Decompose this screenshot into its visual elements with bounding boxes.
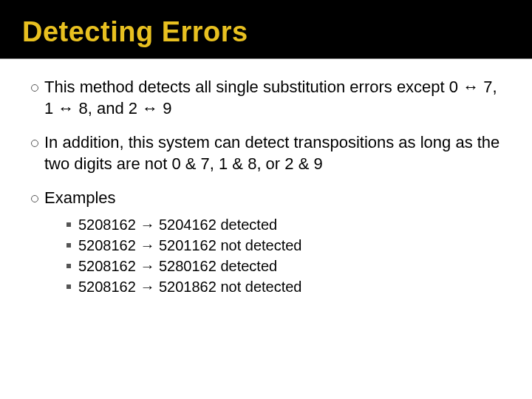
bullet-circle-icon [31, 140, 38, 147]
bullet-circle-icon [31, 195, 38, 202]
bullet-square-icon [66, 222, 71, 227]
slide-header: Detecting Errors [0, 0, 532, 59]
bullet-square-icon [66, 264, 71, 268]
examples-list: 5208162 → 5204162 detected 5208162 → 520… [66, 215, 510, 296]
example-text: 5208162 → 5201862 not detected [78, 277, 510, 296]
list-item: 5208162 → 5201162 not detected [66, 236, 510, 255]
bullet-square-icon [66, 243, 71, 248]
list-item: 5208162 → 5204162 detected [66, 215, 510, 234]
slide-title: Detecting Errors [22, 16, 510, 48]
bullet-text: In addition, this system can detect tran… [44, 132, 510, 174]
bullet-item: Examples [31, 188, 510, 209]
example-text: 5208162 → 5280162 detected [78, 256, 510, 276]
bullet-text: Examples [44, 188, 510, 209]
bullet-item: This method detects all single substitut… [31, 77, 510, 119]
list-item: 5208162 → 5280162 detected [66, 256, 510, 276]
bullet-text: This method detects all single substitut… [44, 77, 510, 119]
slide-content: This method detects all single substitut… [0, 59, 532, 317]
bullet-square-icon [66, 284, 71, 289]
bullet-circle-icon [31, 84, 38, 92]
example-text: 5208162 → 5204162 detected [78, 215, 510, 234]
list-item: 5208162 → 5201862 not detected [66, 277, 510, 296]
bullet-item: In addition, this system can detect tran… [31, 132, 510, 174]
example-text: 5208162 → 5201162 not detected [78, 236, 510, 255]
